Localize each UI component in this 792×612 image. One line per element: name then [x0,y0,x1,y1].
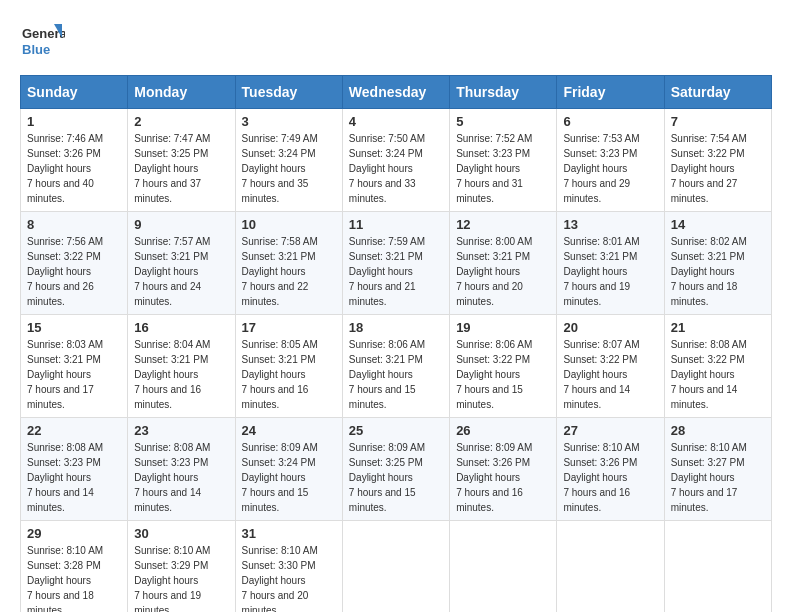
calendar-day-cell: 20 Sunrise: 8:07 AM Sunset: 3:22 PM Dayl… [557,315,664,418]
weekday-header-cell: Saturday [664,76,771,109]
calendar-day-cell: 14 Sunrise: 8:02 AM Sunset: 3:21 PM Dayl… [664,212,771,315]
calendar-day-cell: 16 Sunrise: 8:04 AM Sunset: 3:21 PM Dayl… [128,315,235,418]
calendar-week-row: 22 Sunrise: 8:08 AM Sunset: 3:23 PM Dayl… [21,418,772,521]
weekday-header-cell: Tuesday [235,76,342,109]
calendar-day-cell [557,521,664,613]
calendar-day-cell: 2 Sunrise: 7:47 AM Sunset: 3:25 PM Dayli… [128,109,235,212]
calendar-day-cell: 17 Sunrise: 8:05 AM Sunset: 3:21 PM Dayl… [235,315,342,418]
calendar-week-row: 8 Sunrise: 7:56 AM Sunset: 3:22 PM Dayli… [21,212,772,315]
calendar-day-cell: 19 Sunrise: 8:06 AM Sunset: 3:22 PM Dayl… [450,315,557,418]
calendar-day-cell: 7 Sunrise: 7:54 AM Sunset: 3:22 PM Dayli… [664,109,771,212]
calendar-day-cell: 6 Sunrise: 7:53 AM Sunset: 3:23 PM Dayli… [557,109,664,212]
weekday-header: SundayMondayTuesdayWednesdayThursdayFrid… [21,76,772,109]
calendar-table: SundayMondayTuesdayWednesdayThursdayFrid… [20,75,772,612]
calendar-day-cell: 3 Sunrise: 7:49 AM Sunset: 3:24 PM Dayli… [235,109,342,212]
calendar-day-cell: 9 Sunrise: 7:57 AM Sunset: 3:21 PM Dayli… [128,212,235,315]
calendar-day-cell: 15 Sunrise: 8:03 AM Sunset: 3:21 PM Dayl… [21,315,128,418]
weekday-header-cell: Monday [128,76,235,109]
calendar-day-cell: 28 Sunrise: 8:10 AM Sunset: 3:27 PM Dayl… [664,418,771,521]
calendar-day-cell: 1 Sunrise: 7:46 AM Sunset: 3:26 PM Dayli… [21,109,128,212]
calendar-day-cell: 22 Sunrise: 8:08 AM Sunset: 3:23 PM Dayl… [21,418,128,521]
calendar-day-cell: 31 Sunrise: 8:10 AM Sunset: 3:30 PM Dayl… [235,521,342,613]
calendar-day-cell: 10 Sunrise: 7:58 AM Sunset: 3:21 PM Dayl… [235,212,342,315]
calendar-day-cell: 11 Sunrise: 7:59 AM Sunset: 3:21 PM Dayl… [342,212,449,315]
calendar-day-cell: 24 Sunrise: 8:09 AM Sunset: 3:24 PM Dayl… [235,418,342,521]
calendar-week-row: 15 Sunrise: 8:03 AM Sunset: 3:21 PM Dayl… [21,315,772,418]
weekday-header-cell: Wednesday [342,76,449,109]
weekday-header-cell: Sunday [21,76,128,109]
calendar-day-cell: 8 Sunrise: 7:56 AM Sunset: 3:22 PM Dayli… [21,212,128,315]
calendar-day-cell: 30 Sunrise: 8:10 AM Sunset: 3:29 PM Dayl… [128,521,235,613]
calendar-week-row: 1 Sunrise: 7:46 AM Sunset: 3:26 PM Dayli… [21,109,772,212]
calendar-day-cell: 26 Sunrise: 8:09 AM Sunset: 3:26 PM Dayl… [450,418,557,521]
calendar-day-cell: 29 Sunrise: 8:10 AM Sunset: 3:28 PM Dayl… [21,521,128,613]
calendar-day-cell: 12 Sunrise: 8:00 AM Sunset: 3:21 PM Dayl… [450,212,557,315]
calendar-day-cell: 4 Sunrise: 7:50 AM Sunset: 3:24 PM Dayli… [342,109,449,212]
logo-svg: General Blue [20,20,65,65]
weekday-header-cell: Friday [557,76,664,109]
calendar-week-row: 29 Sunrise: 8:10 AM Sunset: 3:28 PM Dayl… [21,521,772,613]
page-header: General Blue [20,20,772,65]
svg-text:Blue: Blue [22,42,50,57]
calendar-day-cell [342,521,449,613]
calendar-day-cell: 23 Sunrise: 8:08 AM Sunset: 3:23 PM Dayl… [128,418,235,521]
calendar-day-cell: 18 Sunrise: 8:06 AM Sunset: 3:21 PM Dayl… [342,315,449,418]
calendar-day-cell: 27 Sunrise: 8:10 AM Sunset: 3:26 PM Dayl… [557,418,664,521]
calendar-day-cell [664,521,771,613]
logo: General Blue [20,20,65,65]
calendar-day-cell [450,521,557,613]
calendar-day-cell: 25 Sunrise: 8:09 AM Sunset: 3:25 PM Dayl… [342,418,449,521]
calendar-day-cell: 21 Sunrise: 8:08 AM Sunset: 3:22 PM Dayl… [664,315,771,418]
calendar-body: 1 Sunrise: 7:46 AM Sunset: 3:26 PM Dayli… [21,109,772,613]
calendar-day-cell: 13 Sunrise: 8:01 AM Sunset: 3:21 PM Dayl… [557,212,664,315]
weekday-header-cell: Thursday [450,76,557,109]
calendar-day-cell: 5 Sunrise: 7:52 AM Sunset: 3:23 PM Dayli… [450,109,557,212]
